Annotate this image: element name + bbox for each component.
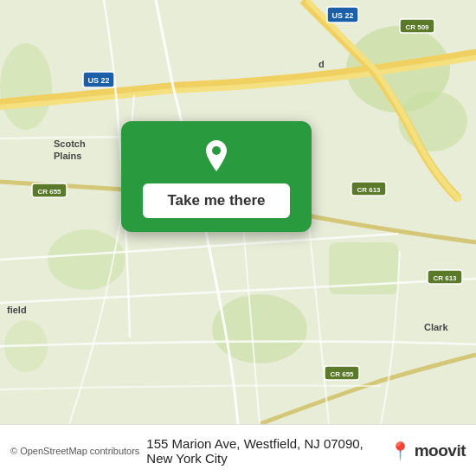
svg-text:CR 613: CR 613: [433, 274, 457, 282]
bottom-info-bar: © OpenStreetMap contributors 155 Marion …: [0, 424, 476, 476]
address-label: 155 Marion Ave, Westfield, NJ 07090, New…: [146, 436, 389, 466]
take-me-there-button[interactable]: Take me there: [143, 183, 289, 218]
map-attribution: © OpenStreetMap contributors: [10, 446, 139, 456]
navigation-popup: Take me there: [121, 121, 312, 232]
moovit-brand-name: moovit: [415, 441, 466, 460]
map-view[interactable]: US 22 US 22 CR 509 CR 655 CR CR 613 CR 6…: [0, 0, 476, 424]
svg-text:field: field: [7, 305, 27, 315]
svg-text:US 22: US 22: [87, 76, 109, 85]
svg-text:Scotch: Scotch: [54, 138, 86, 149]
svg-text:CR 509: CR 509: [405, 23, 429, 31]
svg-point-29: [212, 146, 221, 155]
svg-text:CR 613: CR 613: [357, 186, 381, 194]
svg-text:CR 655: CR 655: [37, 188, 61, 196]
moovit-pin-icon: 📍: [389, 441, 411, 461]
svg-text:d: d: [318, 59, 325, 69]
moovit-logo: 📍 moovit: [389, 441, 466, 461]
svg-point-6: [0, 43, 52, 130]
svg-text:Clark: Clark: [424, 322, 448, 332]
svg-text:US 22: US 22: [331, 11, 353, 20]
svg-text:Plains: Plains: [54, 151, 81, 161]
svg-text:CR 655: CR 655: [330, 370, 354, 378]
location-pin-icon: [197, 137, 235, 175]
